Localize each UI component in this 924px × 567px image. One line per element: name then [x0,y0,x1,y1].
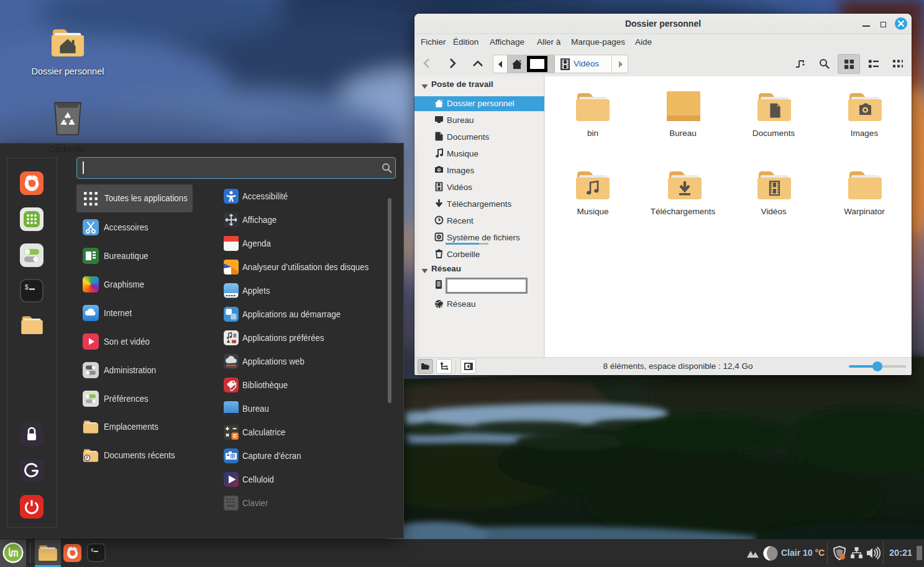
svg-text:$: $ [91,547,94,553]
svg-text:$: $ [25,284,29,291]
